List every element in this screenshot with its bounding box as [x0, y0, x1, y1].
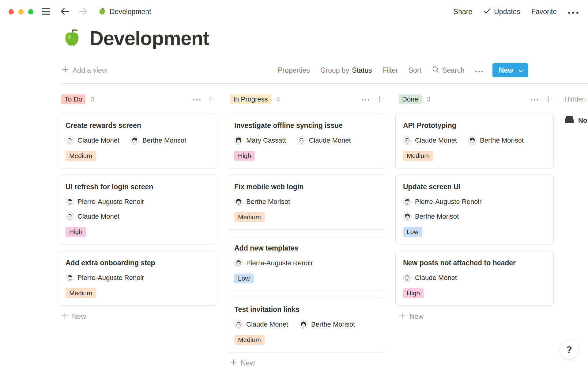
kanban-card[interactable]: UI refresh for login screen Pierre-Augus…	[58, 175, 216, 244]
breadcrumb[interactable]: Development	[98, 7, 151, 17]
kanban-card[interactable]: Add new templates Pierre-Auguste Renoir …	[227, 236, 385, 291]
share-button[interactable]: Share	[454, 8, 472, 16]
forward-button[interactable]	[78, 7, 88, 16]
sort-button[interactable]: Sort	[409, 66, 421, 75]
card-title: Add new templates	[234, 243, 377, 253]
minimize-window-button[interactable]	[18, 9, 24, 14]
column-count: 3	[91, 95, 94, 103]
column-add-card-button[interactable]	[376, 95, 383, 104]
new-button[interactable]: New	[492, 63, 528, 77]
card-assignees: Mary Cassatt Claude Monet	[234, 136, 377, 145]
view-toolbar: Add a view Properties Group by Status Fi…	[62, 63, 588, 84]
updates-label: Updates	[494, 8, 520, 16]
inbox-icon	[564, 115, 574, 126]
priority-badge: Medium	[234, 335, 265, 345]
card-assignees: Pierre-Auguste Renoir Berthe Morisot	[403, 197, 546, 221]
assignee-chip: Berthe Morisot	[299, 320, 355, 329]
column-new-button[interactable]: New	[227, 359, 255, 368]
page-title[interactable]: Development	[89, 27, 209, 50]
group-by-button[interactable]: Group by Status	[320, 66, 372, 75]
column-label-badge[interactable]: To Do	[61, 94, 85, 104]
card-title: Fix mobile web login	[234, 182, 377, 191]
sort-label: Sort	[409, 66, 421, 75]
avatar	[234, 259, 243, 267]
kanban-card[interactable]: Create rewards screen Claude Monet Berth…	[58, 113, 216, 168]
column-more-button[interactable]	[193, 97, 201, 102]
kanban-card[interactable]: Test invitation links Claude Monet Berth…	[227, 297, 385, 352]
add-view-label: Add a view	[73, 66, 107, 75]
more-dots-icon	[193, 97, 201, 102]
column-add-card-button[interactable]	[207, 95, 215, 104]
assignee-chip: Berthe Morisot	[130, 136, 186, 145]
updates-button[interactable]: Updates	[483, 8, 520, 16]
kanban-card[interactable]: Investigate offline syncing issue Mary C…	[227, 113, 385, 168]
column-card-list: API Prototyping Claude Monet Berthe Mori…	[396, 113, 553, 305]
favorite-button[interactable]: Favorite	[531, 8, 557, 16]
kanban-card[interactable]: API Prototyping Claude Monet Berthe Mori…	[396, 113, 553, 168]
sidebar-menu-button[interactable]	[41, 8, 51, 16]
notion-window: Development Share Updates Favorite Devel…	[0, 0, 588, 368]
priority-badge: Medium	[66, 151, 96, 161]
card-assignees: Claude Monet Berthe Morisot	[234, 320, 377, 329]
toolbar-more-button[interactable]	[475, 66, 483, 75]
kanban-card[interactable]: Fix mobile web login Berthe Morisot Medi…	[227, 175, 385, 229]
group-by-value: Status	[352, 66, 372, 75]
card-title: API Prototyping	[403, 121, 546, 130]
topbar-more-button[interactable]	[568, 8, 579, 16]
help-button[interactable]: ?	[560, 340, 579, 359]
kanban-card[interactable]: Add extra onboarding step Pierre-Auguste…	[58, 251, 216, 305]
column-new-label: New	[72, 312, 86, 321]
avatar	[403, 274, 412, 282]
properties-label: Properties	[278, 66, 310, 75]
assignee-name: Claude Monet	[415, 136, 457, 144]
close-window-button[interactable]	[9, 9, 14, 14]
card-assignees: Pierre-Auguste Renoir	[66, 274, 209, 282]
column-label-badge[interactable]: Done	[399, 94, 422, 104]
hamburger-icon	[41, 8, 51, 16]
assignee-chip: Claude Monet	[403, 274, 457, 282]
plus-icon	[230, 359, 237, 368]
card-title: Create rewards screen	[66, 121, 209, 130]
kanban-card[interactable]: Update screen UI Pierre-Auguste Renoir B…	[396, 175, 553, 244]
assignee-name: Claude Monet	[415, 274, 457, 282]
avatar	[66, 212, 74, 221]
hidden-group-no-status[interactable]: No Status	[564, 115, 588, 126]
plus-icon	[61, 312, 68, 321]
avatar	[297, 136, 306, 145]
properties-button[interactable]: Properties	[278, 66, 310, 75]
assignee-chip: Pierre-Auguste Renoir	[66, 274, 144, 282]
card-assignees: Claude Monet Berthe Morisot	[403, 136, 546, 145]
assignee-name: Pierre-Auguste Renoir	[415, 198, 482, 206]
column-new-button[interactable]: New	[58, 312, 86, 321]
assignee-name: Berthe Morisot	[142, 136, 186, 144]
column-add-card-button[interactable]	[545, 95, 552, 104]
column-more-button[interactable]	[362, 97, 370, 102]
plus-icon	[545, 95, 552, 104]
assignee-chip: Claude Monet	[66, 136, 119, 145]
column-more-button[interactable]	[530, 97, 538, 102]
assignee-name: Pierre-Auguste Renoir	[246, 259, 313, 267]
back-button[interactable]	[60, 7, 69, 16]
column-count: 3	[427, 95, 431, 103]
column-label-badge[interactable]: In Progress	[230, 94, 271, 104]
priority-badge: Low	[403, 227, 422, 237]
assignee-chip: Pierre-Auguste Renoir	[66, 197, 144, 206]
priority-badge: High	[403, 288, 424, 298]
arrow-right-icon	[78, 7, 88, 16]
assignee-name: Claude Monet	[246, 320, 288, 328]
hidden-columns-label[interactable]: Hidden columns	[564, 93, 588, 105]
assignee-name: Claude Monet	[77, 136, 119, 144]
assignee-chip: Pierre-Auguste Renoir	[234, 259, 313, 267]
plus-icon	[399, 312, 406, 321]
card-assignees: Pierre-Auguste Renoir Claude Monet	[66, 197, 209, 221]
search-button[interactable]: Search	[432, 66, 465, 75]
priority-badge: Medium	[403, 151, 433, 161]
avatar	[234, 197, 243, 206]
column-new-button[interactable]: New	[396, 312, 424, 321]
kanban-card[interactable]: New posts not attached to header Claude …	[396, 251, 553, 305]
filter-button[interactable]: Filter	[383, 66, 398, 75]
group-by-label: Group by	[320, 66, 349, 75]
add-view-button[interactable]: Add a view	[62, 66, 107, 75]
zoom-window-button[interactable]	[28, 9, 33, 14]
hidden-columns-section: Hidden columns No Status	[564, 93, 588, 126]
